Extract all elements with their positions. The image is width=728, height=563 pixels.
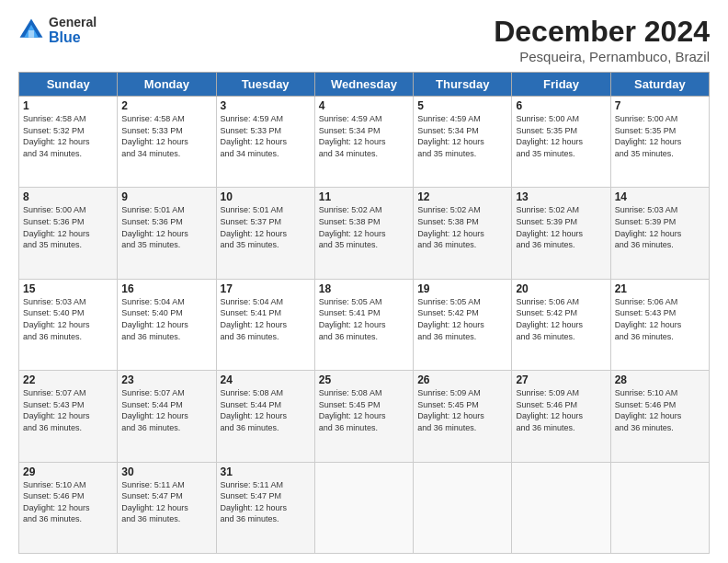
day-info: Sunrise: 5:11 AM Sunset: 5:47 PM Dayligh… <box>121 479 211 525</box>
day-number: 29 <box>23 465 113 478</box>
month-title: December 2024 <box>494 15 710 49</box>
header: General Blue December 2024 Pesqueira, Pe… <box>18 15 710 64</box>
col-saturday: Saturday <box>610 73 709 97</box>
col-sunday: Sunday <box>19 73 118 97</box>
day-number: 11 <box>319 190 409 203</box>
table-row: 25Sunrise: 5:08 AM Sunset: 5:45 PM Dayli… <box>314 371 413 462</box>
table-row: 28Sunrise: 5:10 AM Sunset: 5:46 PM Dayli… <box>610 371 709 462</box>
day-info: Sunrise: 5:00 AM Sunset: 5:35 PM Dayligh… <box>516 113 606 159</box>
day-number: 15 <box>23 282 113 295</box>
day-info: Sunrise: 5:00 AM Sunset: 5:35 PM Dayligh… <box>615 113 705 159</box>
day-number: 7 <box>615 99 705 112</box>
table-row: 12Sunrise: 5:02 AM Sunset: 5:38 PM Dayli… <box>414 188 512 279</box>
table-row: 29Sunrise: 5:10 AM Sunset: 5:46 PM Dayli… <box>19 462 118 553</box>
day-info: Sunrise: 4:59 AM Sunset: 5:34 PM Dayligh… <box>319 113 409 159</box>
day-number: 30 <box>121 465 211 478</box>
day-number: 4 <box>319 99 409 112</box>
day-info: Sunrise: 5:02 AM Sunset: 5:39 PM Dayligh… <box>516 204 606 250</box>
table-row: 7Sunrise: 5:00 AM Sunset: 5:35 PM Daylig… <box>610 97 709 188</box>
table-row: 3Sunrise: 4:59 AM Sunset: 5:33 PM Daylig… <box>216 97 314 188</box>
table-row: 5Sunrise: 4:59 AM Sunset: 5:34 PM Daylig… <box>414 97 512 188</box>
day-info: Sunrise: 5:03 AM Sunset: 5:40 PM Dayligh… <box>23 296 113 342</box>
logo-text-block: General Blue <box>49 15 97 46</box>
table-row: 6Sunrise: 5:00 AM Sunset: 5:35 PM Daylig… <box>512 97 610 188</box>
day-info: Sunrise: 5:10 AM Sunset: 5:46 PM Dayligh… <box>23 479 113 525</box>
day-info: Sunrise: 4:59 AM Sunset: 5:33 PM Dayligh… <box>221 113 311 159</box>
table-row: 4Sunrise: 4:59 AM Sunset: 5:34 PM Daylig… <box>314 97 413 188</box>
table-row: 20Sunrise: 5:06 AM Sunset: 5:42 PM Dayli… <box>512 279 610 370</box>
calendar-week-row: 8Sunrise: 5:00 AM Sunset: 5:36 PM Daylig… <box>19 188 710 279</box>
day-number: 6 <box>516 99 606 112</box>
calendar-week-row: 22Sunrise: 5:07 AM Sunset: 5:43 PM Dayli… <box>19 371 710 462</box>
day-number: 27 <box>516 373 606 386</box>
day-number: 18 <box>319 282 409 295</box>
day-number: 8 <box>23 190 113 203</box>
day-number: 9 <box>121 190 211 203</box>
table-row: 16Sunrise: 5:04 AM Sunset: 5:40 PM Dayli… <box>118 279 216 370</box>
calendar-week-row: 1Sunrise: 4:58 AM Sunset: 5:32 PM Daylig… <box>19 97 710 188</box>
table-row <box>314 462 413 553</box>
day-number: 20 <box>516 282 606 295</box>
location-subtitle: Pesqueira, Pernambuco, Brazil <box>494 49 710 64</box>
day-info: Sunrise: 5:05 AM Sunset: 5:41 PM Dayligh… <box>319 296 409 342</box>
day-info: Sunrise: 4:59 AM Sunset: 5:34 PM Dayligh… <box>417 113 507 159</box>
col-thursday: Thursday <box>414 73 512 97</box>
table-row: 15Sunrise: 5:03 AM Sunset: 5:40 PM Dayli… <box>19 279 118 370</box>
day-info: Sunrise: 5:10 AM Sunset: 5:46 PM Dayligh… <box>615 387 705 433</box>
day-info: Sunrise: 5:06 AM Sunset: 5:43 PM Dayligh… <box>615 296 705 342</box>
table-row: 9Sunrise: 5:01 AM Sunset: 5:36 PM Daylig… <box>118 188 216 279</box>
day-number: 26 <box>417 373 507 386</box>
table-row: 2Sunrise: 4:58 AM Sunset: 5:33 PM Daylig… <box>118 97 216 188</box>
logo-blue: Blue <box>49 29 81 46</box>
table-row: 23Sunrise: 5:07 AM Sunset: 5:44 PM Dayli… <box>118 371 216 462</box>
day-number: 21 <box>615 282 705 295</box>
day-number: 22 <box>23 373 113 386</box>
table-row: 24Sunrise: 5:08 AM Sunset: 5:44 PM Dayli… <box>216 371 314 462</box>
day-info: Sunrise: 5:02 AM Sunset: 5:38 PM Dayligh… <box>417 204 507 250</box>
table-row: 19Sunrise: 5:05 AM Sunset: 5:42 PM Dayli… <box>414 279 512 370</box>
day-number: 16 <box>121 282 211 295</box>
day-number: 23 <box>121 373 211 386</box>
day-info: Sunrise: 5:07 AM Sunset: 5:43 PM Dayligh… <box>23 387 113 433</box>
col-friday: Friday <box>512 73 610 97</box>
table-row: 31Sunrise: 5:11 AM Sunset: 5:47 PM Dayli… <box>216 462 314 553</box>
table-row: 18Sunrise: 5:05 AM Sunset: 5:41 PM Dayli… <box>314 279 413 370</box>
table-row: 17Sunrise: 5:04 AM Sunset: 5:41 PM Dayli… <box>216 279 314 370</box>
col-tuesday: Tuesday <box>216 73 314 97</box>
table-row: 11Sunrise: 5:02 AM Sunset: 5:38 PM Dayli… <box>314 188 413 279</box>
day-number: 12 <box>417 190 507 203</box>
page: General Blue December 2024 Pesqueira, Pe… <box>0 0 728 563</box>
title-block: December 2024 Pesqueira, Pernambuco, Bra… <box>494 15 710 64</box>
table-row <box>512 462 610 553</box>
day-info: Sunrise: 5:00 AM Sunset: 5:36 PM Dayligh… <box>23 204 113 250</box>
day-number: 28 <box>615 373 705 386</box>
day-info: Sunrise: 5:07 AM Sunset: 5:44 PM Dayligh… <box>121 387 211 433</box>
day-number: 1 <box>23 99 113 112</box>
calendar-week-row: 15Sunrise: 5:03 AM Sunset: 5:40 PM Dayli… <box>19 279 710 370</box>
day-info: Sunrise: 5:09 AM Sunset: 5:45 PM Dayligh… <box>417 387 507 433</box>
table-row: 30Sunrise: 5:11 AM Sunset: 5:47 PM Dayli… <box>118 462 216 553</box>
calendar-table: Sunday Monday Tuesday Wednesday Thursday… <box>18 72 710 554</box>
table-row: 8Sunrise: 5:00 AM Sunset: 5:36 PM Daylig… <box>19 188 118 279</box>
logo-icon <box>18 17 44 43</box>
day-info: Sunrise: 5:04 AM Sunset: 5:40 PM Dayligh… <box>121 296 211 342</box>
day-info: Sunrise: 5:08 AM Sunset: 5:44 PM Dayligh… <box>221 387 311 433</box>
table-row: 13Sunrise: 5:02 AM Sunset: 5:39 PM Dayli… <box>512 188 610 279</box>
day-number: 25 <box>319 373 409 386</box>
day-info: Sunrise: 5:02 AM Sunset: 5:38 PM Dayligh… <box>319 204 409 250</box>
header-row: Sunday Monday Tuesday Wednesday Thursday… <box>19 73 710 97</box>
day-number: 10 <box>221 190 311 203</box>
table-row: 26Sunrise: 5:09 AM Sunset: 5:45 PM Dayli… <box>414 371 512 462</box>
day-number: 24 <box>221 373 311 386</box>
day-number: 5 <box>417 99 507 112</box>
day-info: Sunrise: 5:06 AM Sunset: 5:42 PM Dayligh… <box>516 296 606 342</box>
day-info: Sunrise: 4:58 AM Sunset: 5:33 PM Dayligh… <box>121 113 211 159</box>
day-info: Sunrise: 5:05 AM Sunset: 5:42 PM Dayligh… <box>417 296 507 342</box>
table-row: 21Sunrise: 5:06 AM Sunset: 5:43 PM Dayli… <box>610 279 709 370</box>
day-number: 13 <box>516 190 606 203</box>
table-row: 22Sunrise: 5:07 AM Sunset: 5:43 PM Dayli… <box>19 371 118 462</box>
calendar-week-row: 29Sunrise: 5:10 AM Sunset: 5:46 PM Dayli… <box>19 462 710 553</box>
table-row <box>414 462 512 553</box>
table-row <box>610 462 709 553</box>
calendar-header: Sunday Monday Tuesday Wednesday Thursday… <box>19 73 710 97</box>
